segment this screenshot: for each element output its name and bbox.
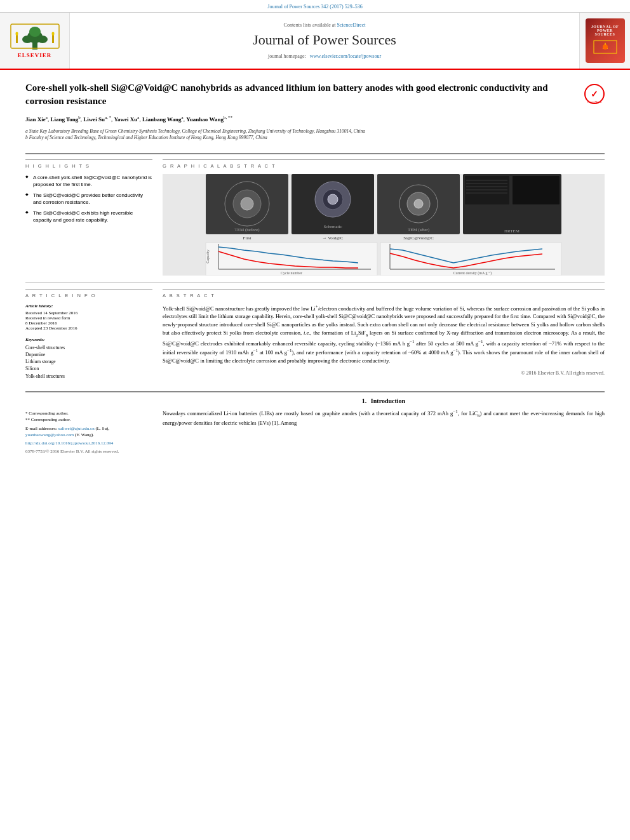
highlight-item-1: A core-shell yolk-shell Si@C@void@C nano… [25,174,152,188]
received-date: Received 14 September 2016 [25,310,152,316]
homepage-url[interactable]: www.elsevier.com/locate/jpowsour [310,53,381,59]
svg-point-2 [22,36,32,43]
introduction-body: Nowadays commercialized Li-ion batteries… [163,408,605,427]
article-title-section: Core-shell yolk-shell Si@C@Void@C nanohy… [0,70,630,148]
abstract-column: A B S T R A C T Yolk-shell Si@void@C nan… [163,289,605,386]
divider-mid [25,282,605,283]
elsevier-label: ELSEVIER [18,52,52,58]
intro-left-footnotes: * Corresponding author. ** Corresponding… [25,397,152,455]
journal-header-center: Contents lists available at ScienceDirec… [70,13,579,69]
svg-point-12 [603,44,608,50]
keywords-list: Core-shell structures Dopamine Lithium s… [25,344,152,380]
author-liang-tong: Liang Tong [50,116,78,123]
homepage-line: journal homepage: www.elsevier.com/locat… [268,53,381,59]
journal-title: Journal of Power Sources [253,32,396,48]
article-info-abstract-section: A R T I C L E I N F O Article history: R… [0,289,630,386]
sciencedirect-link[interactable]: ScienceDirect [337,22,366,28]
article-history-block: Article history: Received 14 September 2… [25,303,152,331]
svg-point-29 [414,199,423,208]
keyword-5: Yolk-shell structures [25,373,152,380]
svg-text:First: First [243,236,251,241]
svg-text:Cycle number: Cycle number [281,271,302,275]
graphical-abstract-label: G R A P H I C A L A B S T R A C T [163,159,605,169]
jps-logo-icon: JOURNAL OF POWER SOURCES [586,18,625,63]
svg-text:TEM (before): TEM (before) [234,227,260,232]
svg-text:CrossMark: CrossMark [587,100,602,103]
graphical-abstract-image: TEM (before) Schematic TEM (after) [163,174,605,276]
highlights-column: H I G H L I G H T S A core-shell yolk-sh… [25,159,152,276]
elsevier-logo-area: ELSEVIER [0,13,70,69]
contents-available-text: Contents lists available at ScienceDirec… [284,22,366,28]
keyword-2: Dopamine [25,351,152,358]
abstract-copyright: © 2016 Elsevier B.V. All rights reserved… [163,370,605,376]
svg-text:Si@C@Void@C: Si@C@Void@C [403,236,434,241]
revised-date: 8 December 2016 [25,321,152,326]
compared-text: Compared [533,313,555,319]
jps-logo-area: JOURNAL OF POWER SOURCES [579,13,630,69]
svg-text:Schematic: Schematic [323,224,342,229]
svg-text:HRTEM: HRTEM [504,229,520,234]
author-lianbang-wang: Lianbang Wang [142,116,182,123]
keywords-label: Keywords: [25,337,152,342]
article-title-row: Core-shell yolk-shell Si@C@Void@C nanohy… [25,81,605,108]
corresponding-1: * Corresponding author. [25,410,152,417]
affiliation-b: b Faculty of Science and Technology, Tec… [25,135,605,142]
email-addresses-line: E-mail addresses: suliwei@zjut.edu.cn (L… [25,425,152,439]
author-jian-xie: Jian Xie [25,116,46,123]
author-liwei-su: Liwei Su [83,116,105,123]
crossmark-icon[interactable]: ✓ CrossMark [584,84,605,104]
svg-rect-33 [513,176,560,204]
svg-point-3 [37,36,48,43]
journal-header: ELSEVIER Contents lists available at Sci… [0,13,630,70]
article-info-column: A R T I C L E I N F O Article history: R… [25,289,152,386]
revised-label: Received in revised form [25,316,152,321]
introduction-title: 1. Introduction [163,397,605,404]
keyword-1: Core-shell structures [25,344,152,351]
page: Journal of Power Sources 342 (2017) 529–… [0,0,630,840]
doi-line: http://dx.doi.org/10.1016/j.jpowsour.201… [25,439,152,448]
svg-point-4 [29,27,41,37]
highlights-list: A core-shell yolk-shell Si@C@void@C nano… [25,174,152,224]
svg-text:Capacity: Capacity [206,250,210,263]
history-label: Article history: [25,303,152,309]
author-yuanhao-wang: Yuanhao Wang [186,116,224,123]
email-link-1[interactable]: suliwei@zjut.edu.cn [58,426,94,431]
divider-after-title [25,153,605,154]
authors-line: Jian Xiea, Liang Tongb, Liwei Sua, *, Ya… [25,114,605,124]
keyword-4: Silicon [25,365,152,372]
abstract-label: A B S T R A C T [163,289,605,298]
svg-rect-6 [16,34,18,43]
accepted-date: Accepted 23 December 2016 [25,326,152,331]
svg-text:Current density (mA g⁻¹): Current density (mA g⁻¹) [453,271,492,276]
graphical-abstract-svg: TEM (before) Schematic TEM (after) [163,174,605,276]
svg-rect-7 [52,34,54,43]
corresponding-2: ** Corresponding author. [25,417,152,423]
doi-link[interactable]: http://dx.doi.org/10.1016/j.jpowsour.201… [25,441,113,446]
svg-point-19 [241,197,253,210]
footnotes-block: * Corresponding author. ** Corresponding… [25,410,152,439]
highlights-label: H I G H L I G H T S [25,159,152,169]
email-link-2[interactable]: yuanhaowang@yahoo.com [25,432,74,437]
elsevier-tree-icon [10,23,60,50]
highlight-item-2: The Si@C@void@C provides better conducti… [25,192,152,206]
svg-point-24 [328,194,338,204]
svg-point-9 [51,32,54,36]
svg-text:TEM (after): TEM (after) [408,227,430,232]
keywords-block: Keywords: Core-shell structures Dopamine… [25,337,152,380]
svg-text:✓: ✓ [591,90,598,99]
divider-after-abstract [25,391,605,392]
highlight-item-3: The Si@C@void@C exhibits high reversible… [25,210,152,223]
introduction-section: * Corresponding author. ** Corresponding… [0,397,630,455]
article-title: Core-shell yolk-shell Si@C@Void@C nanohy… [25,81,578,108]
introduction-text-column: 1. Introduction Nowadays commercialized … [163,397,605,455]
svg-point-8 [15,32,18,36]
keyword-3: Lithium storage [25,358,152,365]
article-info-label: A R T I C L E I N F O [25,289,152,298]
affiliations: a State Key Laboratory Breeding Base of … [25,128,605,142]
svg-text:→ Void@C: → Void@C [323,236,344,241]
abstract-text: Yolk-shell Si@void@C nanostructure has g… [163,303,605,365]
affiliation-a: a State Key Laboratory Breeding Base of … [25,128,605,135]
highlights-graphical-section: H I G H L I G H T S A core-shell yolk-sh… [0,159,630,276]
graphical-abstract-column: G R A P H I C A L A B S T R A C T TEM (b… [163,159,605,276]
author-yawei-xu: Yawei Xu [114,116,138,123]
